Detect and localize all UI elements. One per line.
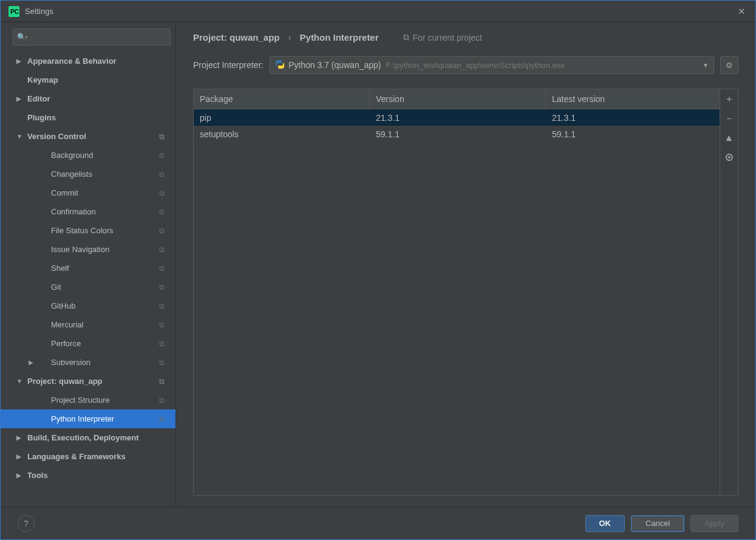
cancel-button[interactable]: Cancel bbox=[631, 515, 684, 532]
sidebar-item-project-quwan-app[interactable]: ▼Project: quwan_app⧉ bbox=[1, 372, 175, 391]
search-field[interactable] bbox=[30, 33, 166, 42]
sidebar-item-label: Project: quwan_app bbox=[27, 377, 103, 386]
sidebar-item-shelf[interactable]: Shelf⧉ bbox=[1, 259, 175, 278]
sidebar-item-plugins[interactable]: Plugins bbox=[1, 108, 175, 127]
cell-package: setuptools bbox=[194, 129, 370, 139]
sidebar-item-mercurial[interactable]: Mercurial⧉ bbox=[1, 315, 175, 334]
interpreter-dropdown[interactable]: Python 3.7 (quwan_app) F:\python_test\qu… bbox=[270, 56, 714, 74]
sidebar-item-label: Tools bbox=[27, 471, 48, 480]
project-scope-icon: ⧉ bbox=[159, 396, 165, 405]
sidebar-item-label: Commit bbox=[51, 188, 78, 197]
project-scope-icon: ⧉ bbox=[159, 321, 165, 329]
sidebar-item-tools[interactable]: ▶Tools bbox=[1, 466, 175, 485]
cell-package: pip bbox=[194, 113, 370, 123]
sidebar-item-label: GitHub bbox=[51, 301, 75, 310]
chevron-down-icon: ▼ bbox=[16, 378, 22, 384]
project-scope-icon: ⧉ bbox=[159, 132, 165, 141]
sidebar-item-label: Subversion bbox=[51, 358, 90, 367]
project-scope-icon: ⧉ bbox=[159, 377, 165, 386]
sidebar-item-languages-frameworks[interactable]: ▶Languages & Frameworks bbox=[1, 447, 175, 466]
sidebar-item-label: Version Control bbox=[27, 132, 86, 141]
project-scope-icon: ⧉ bbox=[159, 208, 165, 216]
sidebar-item-label: Keymap bbox=[27, 75, 58, 84]
sidebar-item-label: Plugins bbox=[27, 113, 56, 122]
sidebar-item-label: Git bbox=[51, 282, 61, 292]
chevron-down-icon: ▼ bbox=[703, 62, 709, 69]
sidebar-item-file-status-colors[interactable]: File Status Colors⧉ bbox=[1, 221, 175, 240]
chevron-right-icon: ▶ bbox=[16, 58, 21, 64]
project-scope-icon: ⧉ bbox=[159, 189, 165, 197]
sidebar-item-label: Build, Execution, Deployment bbox=[27, 433, 138, 442]
col-latest[interactable]: Latest version bbox=[546, 89, 720, 109]
col-package[interactable]: Package bbox=[194, 89, 370, 109]
sidebar-item-issue-navigation[interactable]: Issue Navigation⧉ bbox=[1, 240, 175, 259]
interpreter-row: Project Interpreter: Python 3.7 (quwan_a… bbox=[193, 56, 738, 74]
sidebar-item-project-structure[interactable]: Project Structure⧉ bbox=[1, 391, 175, 409]
table-row[interactable]: setuptools59.1.159.1.1 bbox=[194, 126, 720, 142]
titlebar: PC Settings ✕ bbox=[1, 1, 755, 22]
chevron-down-icon: ▼ bbox=[16, 133, 22, 140]
gear-icon: ⚙ bbox=[726, 61, 733, 70]
sidebar-item-appearance-behavior[interactable]: ▶Appearance & Behavior bbox=[1, 52, 175, 70]
sidebar: 🔍▾ ▶Appearance & BehaviorKeymap▶EditorPl… bbox=[1, 22, 176, 507]
project-scope-icon: ⧉ bbox=[159, 358, 165, 367]
settings-tree: ▶Appearance & BehaviorKeymap▶EditorPlugi… bbox=[1, 52, 175, 507]
interpreter-name: Python 3.7 (quwan_app) bbox=[288, 60, 381, 70]
sidebar-item-github[interactable]: GitHub⧉ bbox=[1, 296, 175, 315]
project-scope-icon: ⧉ bbox=[159, 415, 165, 423]
sidebar-item-git[interactable]: Git⧉ bbox=[1, 278, 175, 296]
sidebar-item-background[interactable]: Background⧉ bbox=[1, 146, 175, 165]
sidebar-item-editor[interactable]: ▶Editor bbox=[1, 89, 175, 108]
packages-table: Package Version Latest version pip21.3.1… bbox=[194, 89, 720, 495]
sidebar-item-build-execution-deployment[interactable]: ▶Build, Execution, Deployment bbox=[1, 428, 175, 447]
interpreter-path: F:\python_test\quwan_app\venv\Scripts\py… bbox=[386, 61, 565, 70]
project-scope-icon: ⧉ bbox=[159, 340, 165, 348]
col-version[interactable]: Version bbox=[370, 89, 546, 109]
cell-latest: 59.1.1 bbox=[546, 129, 720, 139]
sidebar-item-subversion[interactable]: ▶Subversion⧉ bbox=[1, 353, 175, 372]
project-scope-icon: ⧉ bbox=[159, 227, 165, 235]
chevron-right-icon: › bbox=[288, 32, 291, 43]
sidebar-item-label: Editor bbox=[27, 94, 50, 103]
close-icon[interactable]: ✕ bbox=[735, 4, 748, 19]
search-input[interactable]: 🔍▾ bbox=[13, 29, 171, 46]
add-package-button[interactable]: ＋ bbox=[723, 93, 735, 105]
project-scope-icon: ⧉ bbox=[159, 283, 165, 292]
sidebar-item-label: Perforce bbox=[51, 339, 81, 348]
sidebar-item-label: Appearance & Behavior bbox=[27, 56, 117, 66]
chevron-right-icon: ▶ bbox=[16, 434, 21, 441]
cell-version: 21.3.1 bbox=[370, 113, 546, 123]
help-button[interactable]: ? bbox=[18, 515, 35, 532]
upgrade-package-button[interactable]: ▲ bbox=[723, 132, 735, 144]
chevron-right-icon: ▶ bbox=[16, 472, 21, 479]
show-early-releases-button[interactable] bbox=[723, 151, 735, 163]
apply-button[interactable]: Apply bbox=[690, 515, 738, 532]
sidebar-item-confirmation[interactable]: Confirmation⧉ bbox=[1, 202, 175, 221]
remove-package-button[interactable]: － bbox=[723, 112, 735, 125]
window-title: Settings bbox=[25, 7, 735, 16]
sidebar-item-version-control[interactable]: ▼Version Control⧉ bbox=[1, 127, 175, 146]
sidebar-item-label: Background bbox=[51, 151, 93, 160]
scope-hint: ⧉ For current project bbox=[403, 32, 482, 43]
sidebar-item-label: Changelists bbox=[51, 169, 92, 179]
interpreter-label: Project Interpreter: bbox=[193, 60, 264, 70]
sidebar-item-python-interpreter[interactable]: Python Interpreter⧉ bbox=[1, 409, 175, 428]
footer: ? OK Cancel Apply bbox=[1, 507, 755, 539]
copy-icon: ⧉ bbox=[403, 32, 409, 43]
chevron-right-icon: ▶ bbox=[16, 453, 21, 460]
sidebar-item-label: File Status Colors bbox=[51, 226, 114, 235]
ok-button[interactable]: OK bbox=[585, 515, 625, 532]
sidebar-item-changelists[interactable]: Changelists⧉ bbox=[1, 165, 175, 183]
chevron-right-icon: ▶ bbox=[16, 95, 21, 102]
interpreter-settings-button[interactable]: ⚙ bbox=[720, 56, 738, 74]
breadcrumb-project: Project: quwan_app bbox=[193, 32, 280, 43]
table-row[interactable]: pip21.3.121.3.1 bbox=[194, 109, 720, 126]
sidebar-item-label: Python Interpreter bbox=[51, 414, 114, 423]
sidebar-item-perforce[interactable]: Perforce⧉ bbox=[1, 334, 175, 353]
project-scope-icon: ⧉ bbox=[159, 151, 165, 160]
sidebar-item-label: Issue Navigation bbox=[51, 245, 109, 254]
cell-latest: 21.3.1 bbox=[546, 113, 720, 123]
sidebar-item-keymap[interactable]: Keymap bbox=[1, 70, 175, 89]
project-scope-icon: ⧉ bbox=[159, 264, 165, 273]
sidebar-item-commit[interactable]: Commit⧉ bbox=[1, 183, 175, 202]
